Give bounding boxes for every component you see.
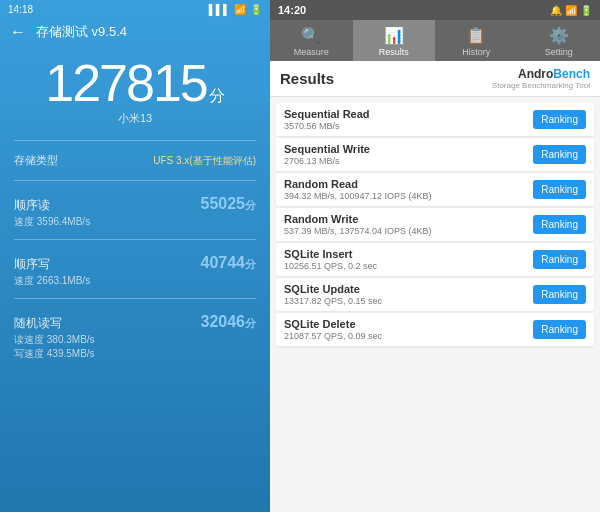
main-score-container: 127815分 xyxy=(45,57,225,109)
score-unit: 分 xyxy=(209,87,225,104)
benchmark-info-0: Sequential Read 3570.56 MB/s xyxy=(284,108,533,131)
results-icon: 📊 xyxy=(384,26,404,45)
benchmark-name-5: SQLite Update xyxy=(284,283,533,295)
main-score: 127815 xyxy=(45,54,207,112)
androbench-sub: Storage Benchmarking Tool xyxy=(492,81,590,90)
notification-icon: 🔔 xyxy=(550,5,562,16)
metric-speed-0: 速度 3596.4MB/s xyxy=(14,215,256,229)
metric-speed-1: 速度 2663.1MB/s xyxy=(14,274,256,288)
time-left: 14:18 xyxy=(8,4,33,15)
ranking-button-3[interactable]: Ranking xyxy=(533,215,586,234)
ranking-button-1[interactable]: Ranking xyxy=(533,145,586,164)
benchmark-info-3: Random Write 537.39 MB/s, 137574.04 IOPS… xyxy=(284,213,533,236)
benchmark-value-0: 3570.56 MB/s xyxy=(284,121,533,131)
wifi-icon-right: 📶 xyxy=(565,5,577,16)
storage-type-value: UFS 3.x(基于性能评估) xyxy=(153,154,256,168)
results-title: Results xyxy=(280,70,334,87)
benchmark-item-3: Random Write 537.39 MB/s, 137574.04 IOPS… xyxy=(276,208,594,241)
divider-4 xyxy=(14,298,256,299)
metric-name-2: 随机读写 xyxy=(14,315,62,332)
tab-setting[interactable]: ⚙️ Setting xyxy=(518,20,601,61)
storage-type-row: 存储类型 UFS 3.x(基于性能评估) xyxy=(0,149,270,172)
benchmark-name-1: Sequential Write xyxy=(284,143,533,155)
benchmark-value-3: 537.39 MB/s, 137574.04 IOPS (4KB) xyxy=(284,226,533,236)
androbench-name: AndroBench xyxy=(518,67,590,81)
ranking-button-0[interactable]: Ranking xyxy=(533,110,586,129)
benchmark-name-4: SQLite Insert xyxy=(284,248,533,260)
benchmark-info-4: SQLite Insert 10256.51 QPS, 0.2 sec xyxy=(284,248,533,271)
battery-icon: 🔋 xyxy=(250,4,262,15)
benchmark-value-5: 13317.82 QPS, 0.15 sec xyxy=(284,296,533,306)
signal-icon: ▌▌▌ xyxy=(209,4,230,15)
right-panel: 14:20 🔔 📶 🔋 🔍 Measure 📊 Results 📋 Histor… xyxy=(270,0,600,512)
app-title: 存储测试 v9.5.4 xyxy=(36,23,127,41)
benchmark-item-4: SQLite Insert 10256.51 QPS, 0.2 sec Rank… xyxy=(276,243,594,276)
storage-type-label: 存储类型 xyxy=(14,153,58,168)
ranking-button-5[interactable]: Ranking xyxy=(533,285,586,304)
status-icons-left: ▌▌▌ 📶 🔋 xyxy=(209,4,262,15)
back-button[interactable]: ← xyxy=(10,23,26,41)
benchmark-item-5: SQLite Update 13317.82 QPS, 0.15 sec Ran… xyxy=(276,278,594,311)
benchmark-item-1: Sequential Write 2706.13 MB/s Ranking xyxy=(276,138,594,171)
tab-results[interactable]: 📊 Results xyxy=(353,20,436,61)
ranking-button-4[interactable]: Ranking xyxy=(533,250,586,269)
status-bar-right: 14:20 🔔 📶 🔋 xyxy=(270,0,600,20)
setting-icon: ⚙️ xyxy=(549,26,569,45)
benchmark-name-0: Sequential Read xyxy=(284,108,533,120)
benchmark-name-3: Random Write xyxy=(284,213,533,225)
top-bar-left: ← 存储测试 v9.5.4 xyxy=(0,19,270,47)
metric-sequential-read: 顺序读 55025分 速度 3596.4MB/s xyxy=(0,189,270,231)
wifi-icon: 📶 xyxy=(234,4,246,15)
metric-name-0: 顺序读 xyxy=(14,197,50,214)
metric-name-1: 顺序写 xyxy=(14,256,50,273)
benchmark-value-6: 21087.57 QPS, 0.09 sec xyxy=(284,331,533,341)
tab-measure[interactable]: 🔍 Measure xyxy=(270,20,353,61)
androbench-logo: AndroBench Storage Benchmarking Tool xyxy=(492,67,590,90)
benchmark-list: Sequential Read 3570.56 MB/s Ranking Seq… xyxy=(270,97,600,512)
benchmark-item-2: Random Read 394.32 MB/s, 100947.12 IOPS … xyxy=(276,173,594,206)
left-panel: 14:18 ▌▌▌ 📶 🔋 ← 存储测试 v9.5.4 127815分 小米13… xyxy=(0,0,270,512)
history-icon: 📋 xyxy=(466,26,486,45)
tab-setting-label: Setting xyxy=(545,47,573,57)
tab-measure-label: Measure xyxy=(294,47,329,57)
metric-speed2-1: 读速度 380.3MB/s xyxy=(14,333,256,347)
results-header: Results AndroBench Storage Benchmarking … xyxy=(270,61,600,97)
benchmark-info-2: Random Read 394.32 MB/s, 100947.12 IOPS … xyxy=(284,178,533,201)
benchmark-name-2: Random Read xyxy=(284,178,533,190)
metric-sequential-write: 顺序写 40744分 速度 2663.1MB/s xyxy=(0,248,270,290)
battery-icon-right: 🔋 xyxy=(580,5,592,16)
tab-history[interactable]: 📋 History xyxy=(435,20,518,61)
benchmark-name-6: SQLite Delete xyxy=(284,318,533,330)
tab-results-label: Results xyxy=(379,47,409,57)
benchmark-item-0: Sequential Read 3570.56 MB/s Ranking xyxy=(276,103,594,136)
score-section: 127815分 小米13 xyxy=(0,47,270,132)
status-bar-left: 14:18 ▌▌▌ 📶 🔋 xyxy=(0,0,270,19)
metric-random-rw: 随机读写 32046分 读速度 380.3MB/s 写速度 439.5MB/s xyxy=(0,307,270,363)
benchmark-value-2: 394.32 MB/s, 100947.12 IOPS (4KB) xyxy=(284,191,533,201)
status-icons-right: 🔔 📶 🔋 xyxy=(550,5,592,16)
benchmark-item-6: SQLite Delete 21087.57 QPS, 0.09 sec Ran… xyxy=(276,313,594,346)
benchmark-value-1: 2706.13 MB/s xyxy=(284,156,533,166)
tab-bar: 🔍 Measure 📊 Results 📋 History ⚙️ Setting xyxy=(270,20,600,61)
ranking-button-2[interactable]: Ranking xyxy=(533,180,586,199)
benchmark-info-6: SQLite Delete 21087.57 QPS, 0.09 sec xyxy=(284,318,533,341)
metric-speed2-2: 写速度 439.5MB/s xyxy=(14,347,256,361)
time-right: 14:20 xyxy=(278,4,306,16)
tab-history-label: History xyxy=(462,47,490,57)
benchmark-value-4: 10256.51 QPS, 0.2 sec xyxy=(284,261,533,271)
measure-icon: 🔍 xyxy=(301,26,321,45)
metric-score-1: 40744分 xyxy=(201,254,257,272)
divider-3 xyxy=(14,239,256,240)
ranking-button-6[interactable]: Ranking xyxy=(533,320,586,339)
divider-2 xyxy=(14,180,256,181)
benchmark-info-1: Sequential Write 2706.13 MB/s xyxy=(284,143,533,166)
device-name: 小米13 xyxy=(118,111,152,126)
benchmark-info-5: SQLite Update 13317.82 QPS, 0.15 sec xyxy=(284,283,533,306)
metric-score-2: 32046分 xyxy=(201,313,257,331)
divider-1 xyxy=(14,140,256,141)
metric-score-0: 55025分 xyxy=(201,195,257,213)
